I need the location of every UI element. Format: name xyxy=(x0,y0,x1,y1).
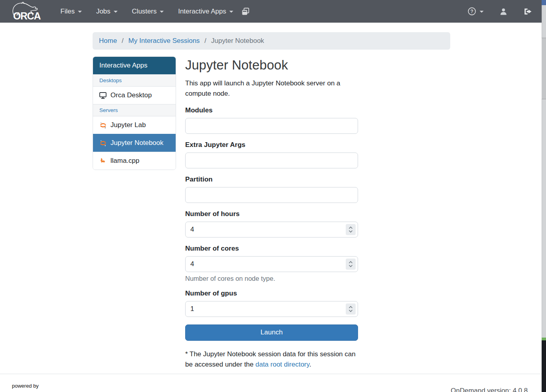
number-of-hours-input[interactable] xyxy=(185,222,358,238)
jupyter-icon xyxy=(99,122,106,129)
help-menu[interactable]: ? xyxy=(468,7,484,15)
partition-input[interactable] xyxy=(185,187,358,203)
main-menu: Files Jobs Clusters Interactive Apps xyxy=(55,4,239,19)
sidebar-item-label: Orca Desktop xyxy=(110,91,152,99)
menu-jobs[interactable]: Jobs xyxy=(91,4,123,19)
sidebar-item-jupyter-lab[interactable]: Jupyter Lab xyxy=(93,116,176,134)
session-data-note-period: . xyxy=(310,361,312,368)
breadcrumb-separator: / xyxy=(205,37,207,45)
orca-logo-text: ORCA xyxy=(13,10,41,21)
chevron-up-icon xyxy=(349,226,353,229)
logout-icon xyxy=(523,8,532,15)
number-stepper[interactable] xyxy=(346,259,356,270)
sidebar-item-llama-cpp[interactable]: llama.cpp xyxy=(93,152,176,170)
breadcrumb-home-link[interactable]: Home xyxy=(99,37,117,45)
sidebar-item-label: Jupyter Notebook xyxy=(110,139,163,147)
number-of-cores-label: Number of cores xyxy=(185,245,358,253)
scrollbar-dark-strip xyxy=(542,340,546,392)
powered-by-text: powered by xyxy=(12,383,39,389)
partition-label: Partition xyxy=(185,176,358,183)
menu-files-label: Files xyxy=(60,8,75,15)
number-of-hours-label: Number of hours xyxy=(185,210,358,218)
menu-files[interactable]: Files xyxy=(55,4,87,19)
number-of-gpus-input[interactable] xyxy=(185,301,358,317)
chevron-down-icon xyxy=(78,11,82,13)
jupyter-icon xyxy=(99,140,106,147)
data-root-directory-link[interactable]: data root directory xyxy=(256,361,310,368)
number-of-cores-input[interactable] xyxy=(185,256,358,272)
scrollbar-marker-green xyxy=(542,338,546,340)
page-container: Home / My Interactive Sessions / Jupyter… xyxy=(93,23,450,370)
modules-input[interactable] xyxy=(185,118,358,134)
modules-label: Modules xyxy=(185,106,358,114)
breadcrumb-separator: / xyxy=(122,37,124,45)
launch-form: Jupyter Notebook This app will launch a … xyxy=(185,56,358,370)
chevron-down-icon xyxy=(349,265,353,267)
extra-jupyter-args-label: Extra Jupyter Args xyxy=(185,141,358,149)
navbar-right: ? xyxy=(468,7,532,15)
breadcrumb-sessions-link[interactable]: My Interactive Sessions xyxy=(128,37,200,45)
chevron-up-icon xyxy=(349,306,353,309)
chevron-down-icon xyxy=(114,11,118,13)
chevron-down-icon xyxy=(229,11,233,13)
menu-clusters-label: Clusters xyxy=(132,8,157,15)
orca-logo[interactable]: ORCA xyxy=(11,2,42,21)
number-stepper[interactable] xyxy=(346,224,356,235)
breadcrumb-current: Jupyter Notebook xyxy=(211,37,264,45)
help-icon: ? xyxy=(468,7,476,15)
number-stepper[interactable] xyxy=(346,303,356,315)
sidebar-section-desktops: Desktops xyxy=(93,74,176,86)
page-title: Jupyter Notebook xyxy=(185,58,358,73)
chevron-down-icon xyxy=(160,11,164,13)
my-sessions-button[interactable] xyxy=(241,7,250,16)
user-icon xyxy=(500,8,507,15)
sidebar-item-jupyter-notebook[interactable]: Jupyter Notebook xyxy=(93,134,176,152)
desktop-icon xyxy=(99,92,106,99)
scrollbar-top-button[interactable] xyxy=(542,0,546,5)
app-description: This app will launch a Jupyter Notebook … xyxy=(185,78,358,99)
sidebar-item-label: llama.cpp xyxy=(110,157,139,165)
interactive-apps-sidebar: Interactive Apps Desktops Orca Desktop S… xyxy=(93,56,176,170)
menu-interactive-apps[interactable]: Interactive Apps xyxy=(172,4,239,19)
extra-jupyter-args-input[interactable] xyxy=(185,153,358,168)
session-data-note: * The Jupyter Notebook session data for … xyxy=(185,349,358,370)
chevron-down-icon xyxy=(480,11,484,13)
menu-jobs-label: Jobs xyxy=(96,8,110,15)
footer-divider xyxy=(0,374,542,374)
ondemand-version: OnDemand version: 4.0.8 xyxy=(451,387,528,392)
sidebar-item-orca-desktop[interactable]: Orca Desktop xyxy=(93,86,176,104)
logout-button[interactable] xyxy=(523,8,532,15)
llama-icon xyxy=(99,158,106,164)
chevron-down-icon xyxy=(349,309,353,312)
sidebar-section-servers: Servers xyxy=(93,104,176,116)
sidebar-title: Interactive Apps xyxy=(93,57,176,74)
sessions-icon xyxy=(241,7,250,16)
chevron-up-icon xyxy=(349,261,353,264)
launch-button[interactable]: Launch xyxy=(185,324,358,341)
user-button[interactable] xyxy=(500,8,507,15)
menu-clusters[interactable]: Clusters xyxy=(126,4,169,19)
cores-help-text: Number of cores on node type. xyxy=(185,275,358,282)
svg-text:?: ? xyxy=(470,9,473,14)
breadcrumb: Home / My Interactive Sessions / Jupyter… xyxy=(93,32,450,50)
top-navbar: ORCA Files Jobs Clusters Interactive App… xyxy=(0,0,546,23)
menu-interactive-apps-label: Interactive Apps xyxy=(178,8,226,15)
scrollbar-thumb[interactable] xyxy=(542,38,546,99)
chevron-down-icon xyxy=(349,230,353,233)
number-of-gpus-label: Number of gpus xyxy=(185,290,358,297)
sidebar-item-label: Jupyter Lab xyxy=(110,121,146,129)
